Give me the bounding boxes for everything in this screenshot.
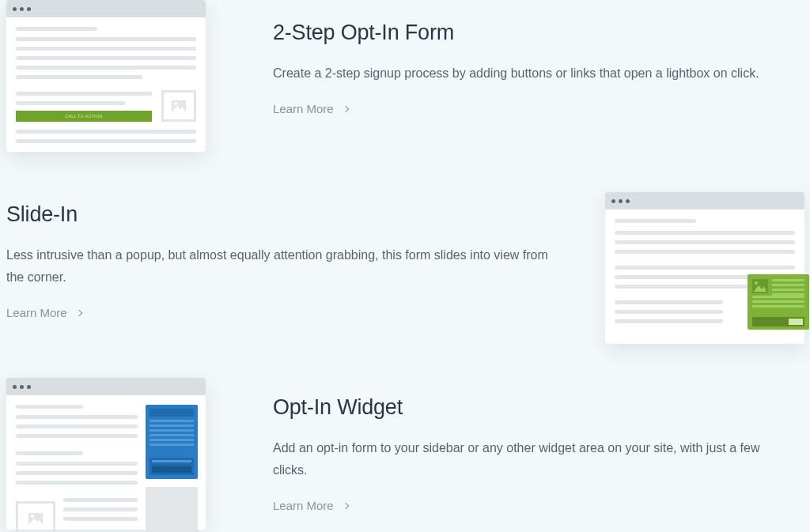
learn-more-label: Learn More bbox=[273, 102, 334, 115]
window-dot-icon bbox=[13, 7, 17, 11]
learn-more-link[interactable]: Learn More bbox=[273, 102, 348, 115]
widget-card-icon bbox=[146, 405, 198, 479]
window-dot-icon bbox=[20, 385, 24, 389]
learn-more-link[interactable]: Learn More bbox=[6, 306, 81, 319]
feature-text-block: Slide-In Less intrusive than a popup, bu… bbox=[6, 202, 568, 320]
window-topbar bbox=[6, 0, 206, 17]
feature-description: Less intrusive than a popup, but almost … bbox=[6, 244, 568, 289]
chevron-right-icon bbox=[75, 309, 81, 315]
feature-title: Opt-In Widget bbox=[273, 395, 787, 420]
window-dot-icon bbox=[20, 7, 24, 11]
window-dot-icon bbox=[13, 385, 17, 389]
feature-title: 2-Step Opt-In Form bbox=[273, 21, 787, 45]
image-placeholder-icon bbox=[161, 90, 196, 122]
window-topbar bbox=[6, 378, 206, 395]
learn-more-label: Learn More bbox=[273, 499, 334, 512]
illustration-two-step-optin: CALL TO ACTION bbox=[6, 0, 206, 152]
chevron-right-icon bbox=[342, 105, 348, 111]
learn-more-label: Learn More bbox=[6, 306, 67, 319]
window-dot-icon bbox=[27, 7, 31, 11]
learn-more-link[interactable]: Learn More bbox=[273, 499, 348, 512]
window-topbar bbox=[605, 192, 804, 209]
window-dot-icon bbox=[626, 199, 630, 203]
feature-description: Add an opt-in form to your sidebar or an… bbox=[273, 437, 787, 481]
feature-text-block: 2-Step Opt-In Form Create a 2-step signu… bbox=[273, 21, 787, 116]
slide-in-card-icon bbox=[748, 274, 809, 330]
window-dot-icon bbox=[27, 385, 31, 389]
image-placeholder-icon bbox=[16, 501, 55, 532]
illustration-cta-button: CALL TO ACTION bbox=[16, 111, 152, 122]
feature-title: Slide-In bbox=[6, 202, 568, 227]
illustration-optin-widget bbox=[6, 378, 206, 530]
sidebar-placeholder bbox=[146, 487, 198, 532]
window-dot-icon bbox=[619, 199, 623, 203]
feature-text-block: Opt-In Widget Add an opt-in form to your… bbox=[273, 395, 787, 513]
feature-description: Create a 2-step signup process by adding… bbox=[273, 62, 787, 85]
image-placeholder-icon bbox=[752, 279, 768, 293]
illustration-slide-in bbox=[605, 192, 804, 344]
window-dot-icon bbox=[611, 199, 615, 203]
chevron-right-icon bbox=[342, 502, 348, 508]
